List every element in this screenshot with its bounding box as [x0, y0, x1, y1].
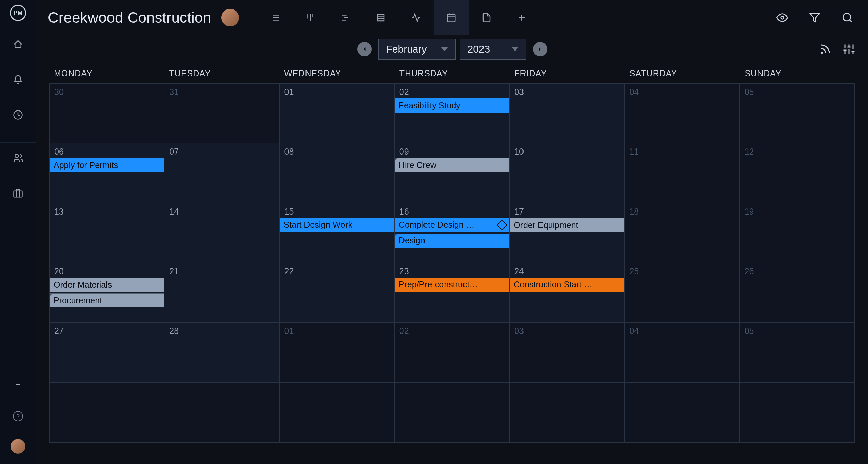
calendar-event[interactable]: Construction Start …	[510, 278, 624, 292]
day-cell[interactable]: 13	[50, 203, 164, 263]
calendar-controls: February 2023	[36, 35, 868, 63]
day-cell[interactable]	[395, 383, 510, 442]
home-icon[interactable]	[10, 37, 26, 52]
day-cell[interactable]: 19	[740, 203, 855, 263]
day-cell[interactable]: 16Complete Design …Design	[395, 203, 510, 263]
day-number: 20	[50, 266, 164, 276]
activity-view-tab[interactable]	[398, 0, 434, 35]
day-cell[interactable]: 02Feasibility Study	[395, 84, 510, 143]
day-number: 08	[280, 147, 394, 157]
add-button[interactable]: +	[15, 379, 20, 389]
prev-month-button[interactable]	[357, 42, 372, 56]
day-cell[interactable]: 27	[50, 323, 164, 382]
help-icon[interactable]: ?	[13, 411, 23, 421]
day-cell[interactable]: 17Order Equipment	[510, 203, 625, 263]
calendar-event[interactable]: Start Design Work	[280, 218, 394, 232]
main-area: Creekwood Construction	[36, 0, 868, 464]
project-avatar[interactable]	[221, 9, 239, 26]
day-number: 02	[395, 87, 509, 97]
day-number: 24	[510, 266, 624, 276]
calendar-event[interactable]: Complete Design …	[395, 218, 509, 232]
day-cell[interactable]: 12	[740, 143, 855, 203]
day-cell[interactable]: 22	[280, 263, 395, 323]
bell-icon[interactable]	[10, 72, 26, 87]
gantt-view-tab[interactable]	[328, 0, 363, 35]
day-cell[interactable]: 01	[280, 323, 395, 382]
app-logo[interactable]: PM	[10, 5, 26, 21]
day-cell[interactable]: 10	[510, 143, 625, 203]
calendar-event[interactable]: Feasibility Study	[395, 98, 509, 113]
day-cell[interactable]: 30	[50, 84, 164, 143]
calendar-event[interactable]: Order Materials	[50, 278, 164, 292]
day-number: 28	[164, 326, 279, 336]
day-cell[interactable]	[510, 383, 625, 442]
day-cell[interactable]: 25	[625, 263, 739, 323]
day-cell[interactable]	[164, 383, 279, 442]
day-cell[interactable]	[625, 383, 739, 442]
visibility-icon[interactable]	[773, 8, 791, 27]
day-cell[interactable]: 08	[280, 143, 395, 203]
day-cell[interactable]: 31	[164, 84, 279, 143]
day-cell[interactable]: 28	[164, 323, 279, 382]
day-number: 19	[740, 207, 854, 217]
calendar-event[interactable]: Hire Crew	[395, 158, 509, 172]
chevron-down-icon	[441, 47, 448, 51]
day-cell[interactable]	[280, 383, 395, 442]
day-cell[interactable]: 05	[740, 84, 855, 143]
list-view-tab[interactable]	[257, 0, 293, 35]
day-cell[interactable]	[50, 383, 164, 442]
day-cell[interactable]: 01	[280, 84, 395, 143]
day-number: 25	[625, 266, 739, 276]
next-month-button[interactable]	[533, 42, 547, 56]
day-cell[interactable]: 26	[740, 263, 855, 323]
settings-sliders-icon[interactable]	[843, 43, 855, 55]
board-view-tab[interactable]	[293, 0, 328, 35]
day-cell[interactable]: 24Construction Start …	[510, 263, 625, 323]
day-cell[interactable]: 11	[625, 143, 739, 203]
calendar-event[interactable]: Apply for Permits	[50, 158, 164, 172]
filter-icon[interactable]	[806, 8, 824, 27]
calendar-view-tab[interactable]	[434, 0, 469, 35]
day-cell[interactable]: 15Start Design Work	[280, 203, 395, 263]
day-number: 16	[395, 207, 509, 217]
day-cell[interactable]: 23Prep/Pre-construct…	[395, 263, 510, 323]
calendar-event[interactable]: Design	[395, 234, 509, 248]
day-cell[interactable]: 07	[164, 143, 279, 203]
project-title: Creekwood Construction	[48, 9, 211, 26]
add-view-tab[interactable]	[504, 0, 539, 35]
user-avatar[interactable]	[11, 439, 25, 454]
weekday-label: SUNDAY	[740, 63, 855, 83]
day-cell[interactable]: 06Apply for Permits	[50, 143, 164, 203]
day-cell[interactable]: 03	[510, 84, 625, 143]
svg-point-27	[843, 13, 851, 21]
day-cell[interactable]: 04	[625, 84, 739, 143]
day-number: 12	[740, 147, 854, 157]
sheet-view-tab[interactable]	[363, 0, 398, 35]
day-cell[interactable]: 21	[164, 263, 279, 323]
team-icon[interactable]	[10, 150, 26, 166]
calendar-event[interactable]: Order Equipment	[510, 218, 624, 232]
svg-rect-19	[448, 14, 455, 22]
weekday-label: MONDAY	[49, 63, 164, 83]
calendar-event[interactable]: Procurement	[50, 293, 164, 307]
calendar-event[interactable]: Prep/Pre-construct…	[395, 278, 509, 292]
day-cell[interactable]: 04	[625, 323, 739, 382]
briefcase-icon[interactable]	[10, 185, 26, 201]
day-cell[interactable]: 18	[625, 203, 739, 263]
year-label: 2023	[468, 43, 490, 55]
feed-icon[interactable]	[819, 43, 831, 55]
file-view-tab[interactable]	[469, 0, 504, 35]
view-tabs	[257, 0, 539, 35]
search-icon[interactable]	[838, 8, 856, 27]
month-selector[interactable]: February	[378, 39, 456, 60]
clock-icon[interactable]	[10, 107, 26, 123]
year-selector[interactable]: 2023	[460, 39, 526, 60]
day-cell[interactable]: 02	[395, 323, 510, 382]
day-cell[interactable]: 20Order MaterialsProcurement	[50, 263, 164, 323]
day-cell[interactable]: 03	[510, 323, 625, 382]
day-cell[interactable]: 05	[740, 323, 855, 382]
day-cell[interactable]: 09Hire Crew	[395, 143, 510, 203]
calendar: MONDAY TUESDAY WEDNESDAY THURSDAY FRIDAY…	[36, 63, 868, 464]
day-cell[interactable]: 14	[164, 203, 279, 263]
day-cell[interactable]	[740, 383, 855, 442]
